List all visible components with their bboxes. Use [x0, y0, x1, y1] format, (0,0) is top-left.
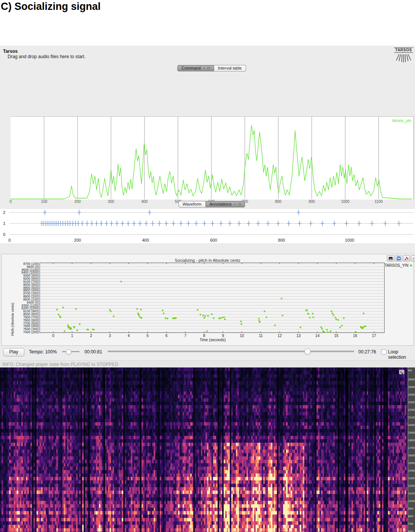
annotations-y-tick-label: 7400 (200)	[23, 331, 39, 334]
annotations-title: Socializing - pitch in Absolute cents	[2, 258, 413, 263]
drop-hint-text: Drag and drop audio files here to start.	[8, 54, 86, 59]
page-title: C) Socializing signal	[1, 1, 101, 13]
loop-selection-checkbox[interactable]	[381, 349, 386, 355]
frequency-tick-label: 1600	[408, 454, 415, 457]
svg-text:800: 800	[278, 238, 285, 242]
export-icon[interactable]	[387, 255, 394, 261]
frequency-tick-label: 1500	[408, 461, 415, 465]
tab-waveform-label: Waveform	[183, 201, 202, 207]
tab-command[interactable]: Command − □	[177, 65, 214, 71]
annotations-x-tick-label: 2	[88, 334, 94, 338]
seek-slider[interactable]	[108, 351, 354, 352]
frequency-tick-label: 2300	[408, 401, 415, 404]
frequency-axis: Hz 2600250024002300220021002000190018001…	[407, 367, 415, 532]
tarsos-logo: TARSOS	[394, 48, 413, 64]
svg-text:400: 400	[142, 238, 149, 242]
annotations-x-tick-label: 9	[220, 334, 226, 338]
annotations-panel: Socializing - pitch in Absolute cents TA…	[1, 254, 414, 346]
tab-annotations-label: Annotations	[210, 201, 232, 207]
pitch-x-tick-label: 1000	[340, 200, 351, 204]
minimize-icon[interactable]: −	[234, 203, 236, 206]
annotations-tabgroup: Waveform Annotations − □	[178, 201, 245, 207]
minimize-icon[interactable]: −	[203, 66, 205, 70]
spectrogram-section: Hz 2600250024002300220021002000190018001…	[0, 367, 415, 532]
frequency-tick-label: 1300	[408, 477, 415, 480]
loop-selection-label: Loop selection	[388, 349, 415, 360]
tab-waveform[interactable]: Waveform	[178, 201, 206, 207]
frequency-tick-label: 1800	[408, 439, 415, 442]
frequency-tick-label: 2100	[408, 416, 415, 419]
annotations-x-tick-label: 17	[371, 334, 377, 338]
annotations-x-tick-label: 1	[69, 334, 75, 338]
frequency-tick-label: 1000	[408, 499, 415, 503]
command-tabgroup: Command − □ Interval table	[177, 65, 246, 71]
frequency-tick-label: 1400	[408, 469, 415, 472]
frequency-tick-label: 1700	[408, 446, 415, 450]
tarsos-app-window: Tarsos Drag and drop audio files here to…	[0, 46, 415, 532]
tab-interval-table[interactable]: Interval table	[214, 65, 246, 71]
annotations-x-tick-label: 15	[333, 334, 339, 338]
marker-timeline-chart: 21002004006008001000	[0, 209, 415, 243]
annotations-x-tick-label: 8	[201, 334, 207, 338]
svg-text:1000: 1000	[345, 238, 354, 242]
command-pitch-panel[interactable]: tarsos_yin	[11, 116, 414, 200]
tarsos-logo-rays-icon	[394, 53, 413, 63]
annotations-x-axis-title: Time (seconds)	[188, 338, 237, 342]
tarsos-logo-text: TARSOS	[394, 48, 413, 53]
annotations-y-axis-title: Pitch (Absolute cents)	[11, 302, 14, 336]
pitch-legend: tarsos_yin	[392, 118, 411, 123]
annotations-x-tick-label: 12	[277, 334, 283, 338]
annotations-x-tick-label: 14	[314, 334, 320, 338]
legend-swatch-icon	[410, 264, 412, 266]
resize-cursor-icon	[399, 370, 404, 374]
tab-annotations[interactable]: Annotations − □	[206, 201, 245, 207]
frequency-tick-label: 2000	[408, 423, 415, 427]
annotations-x-tick-label: 16	[352, 334, 358, 338]
pitch-x-tick-label: 800	[273, 200, 284, 204]
spectrogram-canvas[interactable]	[0, 367, 407, 532]
tab-command-label: Command	[181, 65, 201, 71]
info-bar-text: INFO: Changed player state from PLAYING …	[2, 362, 118, 367]
maximize-icon[interactable]: □	[208, 66, 210, 70]
annotations-x-tick-label: 6	[164, 334, 170, 338]
frequency-tick-label: 1100	[408, 492, 415, 495]
pitch-x-tick-label: 0	[5, 200, 16, 204]
frequency-tick-label: 2400	[408, 393, 415, 396]
pitch-x-tick-label: 300	[105, 200, 117, 204]
maximize-icon[interactable]: □	[239, 203, 241, 206]
annotation-layer-icon[interactable]	[403, 255, 410, 261]
svg-text:0: 0	[8, 238, 11, 242]
annotations-plot-area[interactable]	[40, 263, 385, 333]
app-name: Tarsos	[3, 49, 17, 54]
info-bar: INFO: Changed player state from PLAYING …	[0, 360, 415, 368]
command-pitch-chart	[11, 117, 413, 200]
frequency-tick-label: 700	[408, 522, 415, 526]
pitch-x-tick-label: 1100	[373, 200, 384, 204]
current-time: 00:00:81	[84, 349, 102, 355]
seek-slider-knob[interactable]	[304, 348, 311, 355]
frequency-tick-label: 2200	[408, 408, 415, 412]
annotations-x-tick-label: 0	[50, 334, 56, 338]
frequency-axis-unit: Hz	[408, 369, 415, 372]
play-button[interactable]: Play	[3, 348, 24, 356]
svg-text:200: 200	[74, 238, 81, 242]
svg-text:600: 600	[210, 238, 217, 242]
annotations-scatter-chart	[40, 263, 385, 333]
annotations-x-tick-label: 13	[296, 334, 302, 338]
pitch-x-tick-label: 900	[306, 200, 318, 204]
svg-text:0: 0	[3, 232, 5, 237]
tab-interval-table-label: Interval table	[218, 65, 242, 71]
expand-icon[interactable]	[411, 255, 415, 261]
frequency-tick-label: 800	[408, 515, 415, 518]
annotations-x-tick-label: 7	[182, 334, 188, 338]
svg-text:1: 1	[3, 221, 5, 226]
marker-timeline-panel[interactable]: 21002004006008001000	[0, 209, 415, 243]
annotations-legend-label: TARSOS_YIN	[385, 263, 409, 268]
skip-back-icon[interactable]	[395, 255, 402, 261]
frequency-tick-label: 1200	[408, 484, 415, 488]
tempo-slider-knob[interactable]	[66, 349, 72, 355]
frequency-tick-label: 2600	[408, 378, 415, 381]
pitch-x-tick-label: 400	[139, 200, 150, 204]
svg-text:2: 2	[3, 210, 5, 215]
total-time: 00:27:76	[358, 349, 376, 355]
